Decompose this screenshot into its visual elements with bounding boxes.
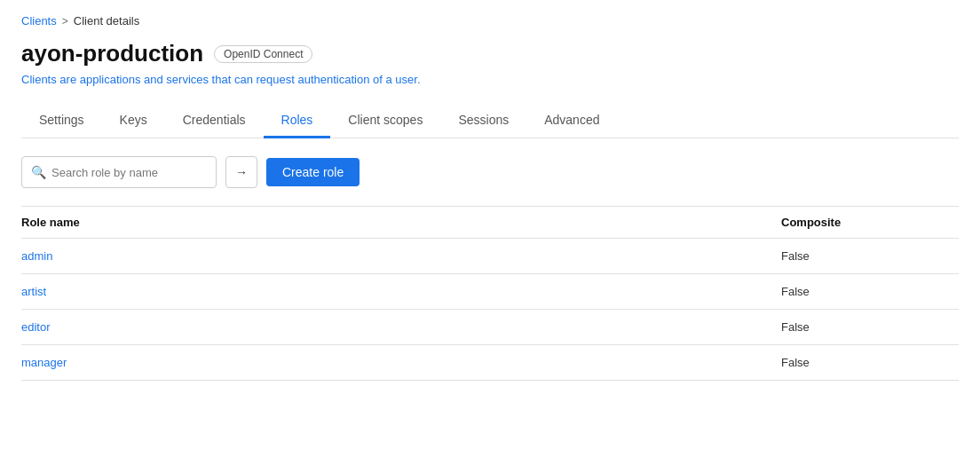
breadcrumb: Clients > Client details xyxy=(21,14,959,28)
table-header: Role name Composite xyxy=(21,207,959,239)
tab-sessions[interactable]: Sessions xyxy=(440,104,526,138)
search-input[interactable] xyxy=(51,166,207,179)
tab-advanced[interactable]: Advanced xyxy=(526,104,617,138)
composite-artist: False xyxy=(781,285,959,298)
table-row: manager False xyxy=(21,345,959,381)
column-composite: Composite xyxy=(781,216,959,229)
page-description: Clients are applications and services th… xyxy=(21,73,959,86)
search-icon: 🔍 xyxy=(31,165,46,179)
tab-keys[interactable]: Keys xyxy=(102,104,165,138)
search-wrapper: 🔍 xyxy=(21,156,217,188)
tab-credentials[interactable]: Credentials xyxy=(165,104,264,138)
create-role-button[interactable]: Create role xyxy=(266,158,360,186)
toolbar: 🔍 → Create role xyxy=(21,156,959,188)
composite-editor: False xyxy=(781,320,959,334)
table-row: artist False xyxy=(21,274,959,310)
tab-client-scopes[interactable]: Client scopes xyxy=(330,104,440,138)
table-row: editor False xyxy=(21,310,959,345)
role-name-manager[interactable]: manager xyxy=(21,356,781,369)
tab-roles[interactable]: Roles xyxy=(264,104,331,138)
column-role-name: Role name xyxy=(21,216,781,229)
openid-badge: OpenID Connect xyxy=(214,45,312,63)
composite-admin: False xyxy=(781,249,959,263)
tab-settings[interactable]: Settings xyxy=(21,104,102,138)
breadcrumb-parent-link[interactable]: Clients xyxy=(21,14,57,28)
table-row: admin False xyxy=(21,239,959,274)
search-arrow-button[interactable]: → xyxy=(225,156,257,188)
tabs: Settings Keys Credentials Roles Client s… xyxy=(21,104,959,138)
role-name-admin[interactable]: admin xyxy=(21,249,781,263)
role-name-artist[interactable]: artist xyxy=(21,285,781,298)
composite-manager: False xyxy=(781,356,959,369)
page-title: ayon-production xyxy=(21,40,203,67)
page-header: ayon-production OpenID Connect xyxy=(21,40,959,67)
role-name-editor[interactable]: editor xyxy=(21,320,781,334)
breadcrumb-current: Client details xyxy=(74,14,139,28)
breadcrumb-separator: > xyxy=(62,15,68,28)
roles-table: Role name Composite admin False artist F… xyxy=(21,206,959,381)
